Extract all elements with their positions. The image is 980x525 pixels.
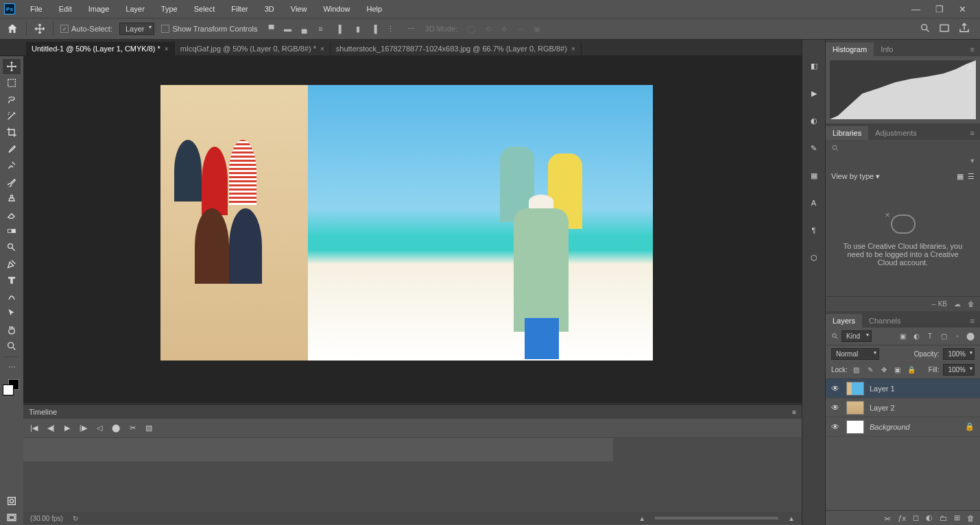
visibility-toggle-icon[interactable]: 👁 <box>831 384 841 393</box>
shape-tool[interactable] <box>3 289 21 304</box>
menu-image[interactable]: Image <box>80 0 118 18</box>
move-tool[interactable] <box>3 59 21 74</box>
zoom-tool[interactable] <box>3 339 21 354</box>
tab-channels[interactable]: Channels <box>862 314 907 328</box>
document-tab-1[interactable]: Untitled-1 @ 50% (Layer 1, CMYK/8) * × <box>26 42 175 56</box>
timeline-play-icon[interactable]: ▶ <box>64 424 70 432</box>
actions-panel-icon[interactable]: ▶ <box>807 86 821 100</box>
document-tab-2[interactable]: mIcqGaf.jpg @ 50% (Layer 0, RGB/8#) * × <box>175 42 331 56</box>
layer-thumbnail[interactable] <box>846 382 864 395</box>
filter-smart-icon[interactable]: ▫ <box>953 332 962 341</box>
3d-panel-icon[interactable]: ⬡ <box>807 251 821 265</box>
layer-name[interactable]: Layer 1 <box>870 384 895 393</box>
layer-name[interactable]: Background <box>870 423 910 431</box>
lock-transparency-icon[interactable]: ▨ <box>852 365 861 375</box>
timeline-first-frame-icon[interactable]: |◀ <box>30 424 38 432</box>
list-view-icon[interactable]: ☰ <box>968 172 975 180</box>
layer-name[interactable]: Layer 2 <box>870 404 895 412</box>
new-adjustment-icon[interactable]: ◐ <box>926 513 933 522</box>
panel-menu-icon[interactable]: ≡ <box>965 42 980 56</box>
swatches-panel-icon[interactable]: ▦ <box>807 169 821 182</box>
histogram-warning-icon[interactable]: ⚠ <box>967 63 973 71</box>
library-view-label[interactable]: View by type <box>831 172 874 180</box>
window-maximize-icon[interactable]: ❐ <box>935 4 944 14</box>
dodge-tool[interactable] <box>3 240 21 255</box>
foreground-color-swatch[interactable] <box>3 384 14 395</box>
tab-layers[interactable]: Layers <box>826 314 862 328</box>
close-icon[interactable]: × <box>165 45 169 53</box>
eraser-tool[interactable] <box>3 207 21 222</box>
window-minimize-icon[interactable]: — <box>911 4 920 14</box>
home-icon[interactable] <box>5 22 19 36</box>
panel-menu-icon[interactable]: ≡ <box>792 408 796 416</box>
tab-adjustments[interactable]: Adjustments <box>868 126 924 140</box>
type-tool[interactable] <box>3 273 21 288</box>
window-close-icon[interactable]: ✕ <box>959 4 966 14</box>
timeline-zoom-in-icon[interactable]: ▲ <box>788 515 795 522</box>
layer-thumbnail[interactable] <box>846 401 864 415</box>
add-mask-icon[interactable]: ◻ <box>913 513 919 522</box>
fill-input[interactable]: 100% <box>943 364 975 376</box>
hand-tool[interactable] <box>3 322 21 337</box>
paragraph-panel-icon[interactable]: ¶ <box>807 223 821 237</box>
lock-pixels-icon[interactable]: ✎ <box>865 365 875 375</box>
grid-view-icon[interactable]: ▦ <box>957 172 964 180</box>
menu-select[interactable]: Select <box>186 0 224 18</box>
filter-toggle-icon[interactable]: ⬤ <box>966 332 975 341</box>
trash-icon[interactable]: 🗑 <box>968 300 975 308</box>
opacity-input[interactable]: 100% <box>943 348 975 360</box>
tab-libraries[interactable]: Libraries <box>826 126 868 140</box>
timeline-loop-icon[interactable]: ↻ <box>73 515 78 522</box>
filter-pixel-icon[interactable]: ▣ <box>898 332 907 341</box>
menu-help[interactable]: Help <box>359 0 391 18</box>
library-search-input[interactable] <box>826 140 980 156</box>
timeline-next-frame-icon[interactable]: |▶ <box>80 424 87 432</box>
align-hcenter-icon[interactable]: ▮ <box>351 22 365 36</box>
menu-window[interactable]: Window <box>315 0 358 18</box>
menu-layer[interactable]: Layer <box>117 0 153 18</box>
gradient-tool[interactable] <box>3 223 21 239</box>
align-left-icon[interactable]: ▌ <box>335 22 348 36</box>
document-tab-3[interactable]: shutterstock_1678278877-1024x683.jpg @ 6… <box>331 42 582 56</box>
brush-tool[interactable] <box>3 174 21 189</box>
lasso-tool[interactable] <box>3 92 21 107</box>
character-panel-icon[interactable]: A <box>807 196 821 210</box>
adjustments-panel-icon[interactable]: ◐ <box>807 114 821 127</box>
color-swatches[interactable] <box>3 379 21 397</box>
layer-fx-icon[interactable]: ƒx <box>898 514 906 522</box>
magic-wand-tool[interactable] <box>3 108 21 123</box>
timeline-prev-frame-icon[interactable]: ◀| <box>47 424 55 432</box>
search-icon[interactable] <box>920 23 931 35</box>
menu-edit[interactable]: Edit <box>51 0 80 18</box>
layer-thumbnail[interactable] <box>846 420 864 434</box>
path-select-tool[interactable] <box>3 306 21 321</box>
document-canvas[interactable] <box>160 85 653 361</box>
menu-view[interactable]: View <box>283 0 315 18</box>
align-vcenter-icon[interactable]: ▬ <box>281 22 295 36</box>
quickmask-icon[interactable] <box>3 493 21 509</box>
panel-menu-icon[interactable]: ≡ <box>965 314 980 328</box>
timeline-prev-key-icon[interactable]: ◁ <box>97 424 102 432</box>
menu-type[interactable]: Type <box>153 0 186 18</box>
color-panel-icon[interactable]: ◧ <box>807 59 821 73</box>
menu-filter[interactable]: Filter <box>223 0 256 18</box>
lock-artboard-icon[interactable]: ▣ <box>893 365 903 375</box>
crop-tool[interactable] <box>3 125 21 140</box>
eyedropper-tool[interactable] <box>3 141 21 156</box>
new-group-icon[interactable]: 🗀 <box>940 514 947 522</box>
distribute-icon[interactable]: ⋮ <box>384 22 398 36</box>
align-bottom-icon[interactable]: ▄ <box>298 22 311 36</box>
canvas-workarea[interactable] <box>23 56 802 403</box>
delete-layer-icon[interactable]: 🗑 <box>967 514 975 522</box>
align-top-icon[interactable]: ▀ <box>265 22 278 36</box>
chevron-down-icon[interactable]: ▾ <box>970 156 975 167</box>
screen-mode-icon[interactable] <box>939 23 950 35</box>
healing-brush-tool[interactable] <box>3 158 21 173</box>
timeline-transition-icon[interactable]: ▧ <box>145 424 152 432</box>
show-transform-checkbox[interactable]: Show Transform Controls <box>161 25 257 33</box>
timeline-zoom-out-icon[interactable]: ▲ <box>638 515 645 522</box>
tab-histogram[interactable]: Histogram <box>826 42 874 56</box>
share-icon[interactable] <box>958 22 970 36</box>
brushes-panel-icon[interactable]: ✎ <box>807 141 821 155</box>
close-icon[interactable]: × <box>320 45 324 53</box>
